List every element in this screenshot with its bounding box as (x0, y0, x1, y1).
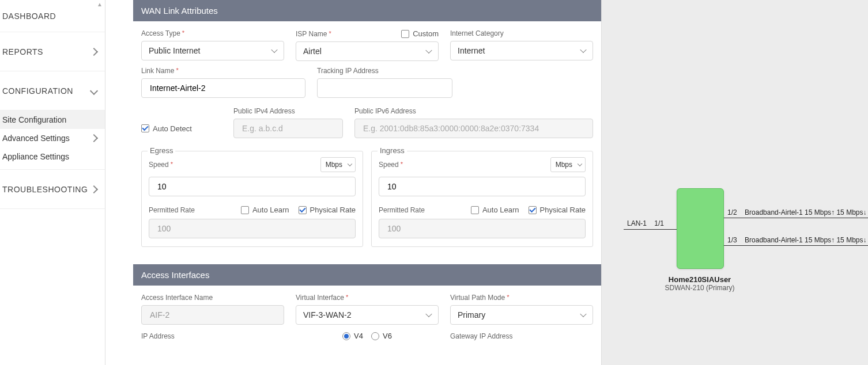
access-interfaces-header: Access Interfaces (133, 264, 601, 286)
chevron-down-icon (578, 162, 582, 166)
access-type-select[interactable]: Public Internet (141, 41, 284, 60)
gateway-ip-label: Gateway IP Address (450, 332, 593, 340)
egress-permitted-rate-input (149, 219, 356, 238)
virtual-interface-value: VIF-3-WAN-2 (303, 310, 351, 320)
v4-label: V4 (354, 332, 363, 340)
access-type-value: Public Internet (149, 46, 201, 55)
lan-link-label: LAN-1 1/1 (627, 219, 664, 227)
tracking-ip-input[interactable] (317, 78, 452, 98)
internet-category-value: Internet (458, 46, 485, 55)
ingress-auto-learn-checkbox[interactable]: Auto Learn (471, 206, 519, 214)
egress-physical-rate-checkbox[interactable]: Physical Rate (299, 206, 356, 214)
egress-speed-input[interactable] (149, 177, 356, 196)
virtual-interface-label: Virtual Interface (296, 294, 439, 302)
chevron-down-icon (580, 311, 586, 317)
egress-physical-rate-label: Physical Rate (310, 206, 356, 214)
chevron-down-icon (425, 311, 432, 317)
chevron-down-icon (271, 47, 277, 53)
wan1-port: 1/2 (727, 208, 737, 216)
lan-link-line (624, 229, 677, 230)
lan-port: 1/1 (654, 219, 664, 227)
auto-detect-checkbox[interactable]: Auto Detect (141, 124, 192, 133)
ingress-speed-input[interactable] (379, 177, 586, 196)
isp-name-label: ISP Name (296, 30, 331, 38)
internet-category-select[interactable]: Internet (450, 41, 593, 60)
nav-dashboard-label: DASHBOARD (2, 12, 56, 21)
internet-category-label: Internet Category (450, 29, 593, 37)
custom-checkbox[interactable]: Custom (401, 29, 439, 38)
access-type-label: Access Type (141, 29, 284, 37)
chevron-down-icon (348, 162, 352, 166)
ingress-physical-rate-checkbox[interactable]: Physical Rate (529, 206, 586, 214)
sidebar: ▲ DASHBOARD REPORTS CONFIGURATION Site C… (0, 0, 105, 365)
sidebar-item-label: Appliance Settings (2, 152, 69, 161)
checkbox-box-icon (241, 206, 249, 214)
chevron-down-icon (90, 86, 98, 94)
wan2-link-label: 1/3 Broadband-Airtel-1 15 Mbps↑ 15 Mbps↓ (727, 236, 866, 244)
wan-panel-header: WAN Link Attributes (133, 0, 601, 21)
access-if-name-label: Access Interface Name (141, 294, 284, 302)
checkbox-checked-icon (141, 124, 149, 132)
public-ipv6-label: Public IPv6 Address (354, 107, 593, 115)
ingress-permitted-rate-input (379, 219, 586, 238)
nav-configuration[interactable]: CONFIGURATION (0, 71, 105, 111)
nav-dashboard[interactable]: DASHBOARD (0, 0, 105, 32)
checkbox-box-icon (401, 30, 409, 38)
virtual-interface-select[interactable]: VIF-3-WAN-2 (296, 305, 439, 325)
ingress-auto-learn-label: Auto Learn (482, 206, 519, 214)
wan2-port: 1/3 (727, 236, 737, 244)
egress-auto-learn-label: Auto Learn (252, 206, 289, 214)
topology-diagram: Home210SIAUser SDWAN-210 (Primary) LAN-1… (601, 0, 868, 365)
virtual-path-mode-select[interactable]: Primary (450, 305, 593, 325)
ingress-speed-unit: Mbps (556, 161, 572, 169)
ingress-speed-unit-select[interactable]: Mbps (550, 157, 586, 172)
nav-troubleshooting[interactable]: TROUBLESHOOTING (0, 170, 105, 209)
egress-fieldset: Egress Speed Mbps Permitted R (141, 151, 363, 247)
sidebar-item-appliance-settings[interactable]: Appliance Settings (0, 147, 105, 170)
egress-legend: Egress (148, 146, 175, 155)
nav-reports[interactable]: REPORTS (0, 32, 105, 71)
checkbox-checked-icon (529, 206, 537, 214)
isp-name-value: Airtel (303, 47, 322, 56)
radio-off-icon (371, 332, 379, 340)
link-name-input[interactable] (141, 78, 305, 98)
checkbox-box-icon (471, 206, 479, 214)
sidebar-item-site-configuration[interactable]: Site Configuration (0, 111, 105, 129)
sidebar-item-label: Advanced Settings (2, 134, 70, 143)
ingress-fieldset: Ingress Speed Mbps Permitted (371, 151, 593, 247)
custom-label: Custom (413, 29, 439, 38)
egress-speed-unit-select[interactable]: Mbps (320, 157, 356, 172)
nav-configuration-label: CONFIGURATION (2, 86, 73, 96)
checkbox-checked-icon (299, 206, 307, 214)
device-name: Home210SIAUser (642, 275, 757, 284)
chevron-right-icon (90, 134, 98, 142)
egress-auto-learn-checkbox[interactable]: Auto Learn (241, 206, 289, 214)
public-ipv4-input (233, 119, 343, 138)
virtual-path-mode-label: Virtual Path Mode (450, 294, 593, 302)
egress-speed-label: Speed (149, 161, 173, 169)
chevron-down-icon (425, 47, 432, 54)
ingress-speed-label: Speed (379, 161, 403, 169)
egress-permitted-rate-label: Permitted Rate (149, 206, 195, 214)
chevron-down-icon (580, 47, 586, 53)
link-name-label: Link Name (141, 67, 305, 75)
chevron-right-icon (90, 47, 98, 55)
auto-detect-label: Auto Detect (153, 124, 192, 133)
wan-link-attributes-panel: WAN Link Attributes Access Type Public I… (133, 0, 601, 355)
virtual-path-mode-value: Primary (458, 310, 485, 320)
isp-name-select[interactable]: Airtel (296, 41, 439, 61)
public-ipv4-label: Public IPv4 Address (233, 107, 343, 115)
main-content: WAN Link Attributes Access Type Public I… (105, 0, 601, 365)
public-ipv6-input (354, 119, 593, 138)
ip-v4-radio[interactable]: V4 (342, 332, 363, 340)
sidebar-item-label: Site Configuration (2, 115, 66, 124)
sidebar-item-advanced-settings[interactable]: Advanced Settings (0, 129, 105, 147)
lan-name: LAN-1 (627, 219, 647, 227)
ip-address-label: IP Address (141, 332, 284, 340)
wan1-link-line (724, 218, 868, 218)
v6-label: V6 (383, 332, 392, 340)
device-node[interactable] (677, 188, 724, 269)
wan2-link-line (724, 245, 868, 246)
radio-on-icon (342, 332, 350, 340)
ip-v6-radio[interactable]: V6 (371, 332, 392, 340)
